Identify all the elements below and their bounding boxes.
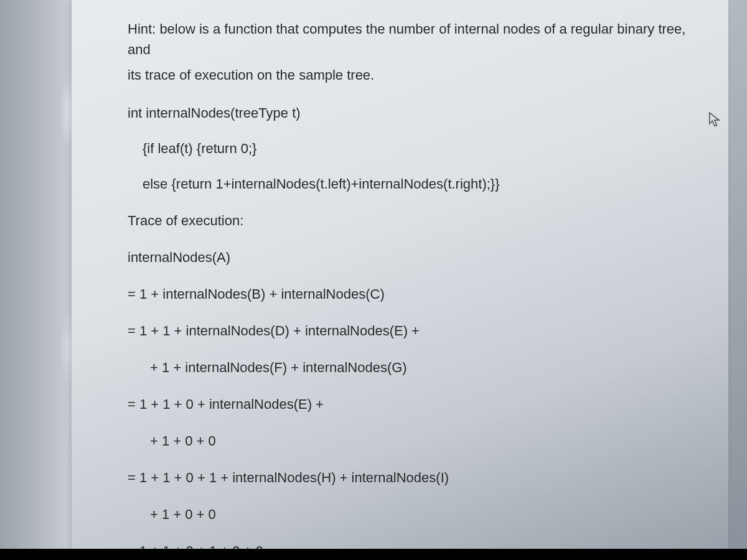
screen-bottom-border (0, 549, 747, 560)
code-function-signature: int internalNodes(treeType t) (128, 103, 697, 123)
trace-header: Trace of execution: (128, 210, 697, 231)
trace-initial-call: internalNodes(A) (128, 247, 697, 268)
trace-step-1: = 1 + internalNodes(B) + internalNodes(C… (128, 284, 697, 304)
trace-step-4b: + 1 + 0 + 0 (128, 504, 697, 525)
hint-text-1: below is a function that computes the nu… (128, 21, 685, 57)
trace-step-2b: + 1 + internalNodes(F) + internalNodes(G… (128, 357, 697, 378)
notebook-binding-edge (0, 0, 72, 560)
hint-paragraph-line2: its trace of execution on the sample tre… (128, 65, 697, 85)
code-if-clause: {if leaf(t) {return 0;} (128, 138, 697, 159)
hint-paragraph-line1: Hint: below is a function that computes … (128, 19, 697, 60)
document-page: Hint: below is a function that computes … (72, 0, 728, 560)
trace-step-4a: = 1 + 1 + 0 + 1 + internalNodes(H) + int… (128, 467, 697, 488)
trace-step-2a: = 1 + 1 + internalNodes(D) + internalNod… (128, 320, 697, 341)
code-else-clause: else {return 1+internalNodes(t.left)+int… (128, 174, 697, 194)
trace-step-3a: = 1 + 1 + 0 + internalNodes(E) + (128, 394, 697, 414)
hint-label: Hint: (128, 21, 156, 37)
document-content: Hint: below is a function that computes … (128, 19, 697, 560)
trace-step-3b: + 1 + 0 + 0 (128, 431, 697, 451)
mouse-cursor-icon (708, 112, 721, 128)
